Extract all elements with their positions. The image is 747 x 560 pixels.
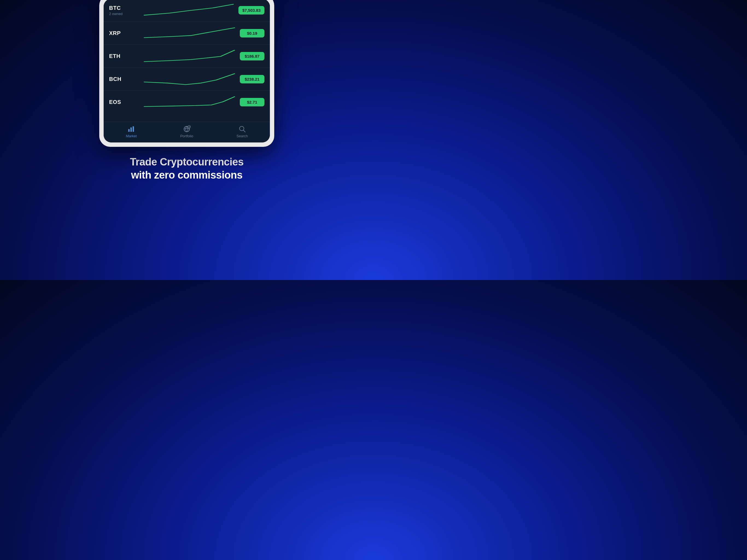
portfolio-icon — [183, 125, 190, 133]
bar-chart-icon — [127, 125, 135, 133]
svg-point-4 — [188, 126, 190, 128]
tablet-screen: BTC 2 owned $7,503.83 XRP $0.19 — [104, 0, 270, 143]
crypto-info-eos: EOS — [109, 99, 136, 105]
crypto-info-eth: ETH — [109, 53, 136, 59]
crypto-price-xrp: $0.19 — [240, 29, 264, 37]
tablet-device: BTC 2 owned $7,503.83 XRP $0.19 — [99, 0, 274, 147]
crypto-info-btc: BTC 2 owned — [109, 5, 136, 16]
bottom-nav: Market Portfolio Search — [104, 122, 270, 143]
crypto-symbol-bch: BCH — [109, 76, 136, 82]
crypto-info-bch: BCH — [109, 76, 136, 82]
crypto-symbol-eth: ETH — [109, 53, 136, 59]
crypto-row-bch[interactable]: BCH $238.21 — [104, 68, 270, 91]
crypto-row-xrp[interactable]: XRP $0.19 — [104, 22, 270, 45]
tagline-line2: with zero commissions — [130, 169, 243, 182]
crypto-chart-bch — [139, 72, 237, 87]
crypto-row-eos[interactable]: EOS $2.71 — [104, 91, 270, 113]
crypto-price-bch: $238.21 — [240, 75, 264, 83]
crypto-chart-eos — [139, 95, 237, 110]
search-icon — [238, 125, 246, 133]
crypto-price-btc: $7,503.83 — [238, 6, 264, 15]
crypto-chart-btc — [139, 3, 236, 18]
crypto-symbol-btc: BTC — [109, 5, 136, 11]
crypto-symbol-xrp: XRP — [109, 30, 136, 36]
crypto-row-btc[interactable]: BTC 2 owned $7,503.83 — [104, 0, 270, 22]
empty-area — [104, 113, 270, 122]
crypto-symbol-eos: EOS — [109, 99, 136, 105]
nav-item-market[interactable]: Market — [104, 125, 159, 138]
crypto-chart-xrp — [139, 26, 237, 41]
svg-rect-2 — [133, 126, 134, 132]
nav-label-market: Market — [126, 134, 137, 138]
crypto-list: BTC 2 owned $7,503.83 XRP $0.19 — [104, 0, 270, 113]
nav-label-search: Search — [236, 134, 248, 138]
tagline-line1: Trade Cryptocurrencies — [130, 156, 243, 169]
nav-item-portfolio[interactable]: Portfolio — [159, 125, 215, 138]
crypto-price-eth: $186.87 — [240, 52, 264, 60]
nav-label-portfolio: Portfolio — [180, 134, 193, 138]
crypto-info-xrp: XRP — [109, 30, 136, 36]
svg-rect-0 — [128, 129, 130, 132]
svg-line-6 — [243, 130, 245, 132]
crypto-owned-btc: 2 owned — [109, 12, 136, 16]
crypto-row-eth[interactable]: ETH $186.87 — [104, 45, 270, 68]
tagline-section: Trade Cryptocurrencies with zero commiss… — [119, 156, 255, 182]
svg-rect-1 — [130, 127, 132, 132]
nav-item-search[interactable]: Search — [214, 125, 270, 138]
crypto-chart-eth — [139, 49, 237, 64]
crypto-price-eos: $2.71 — [240, 98, 264, 106]
